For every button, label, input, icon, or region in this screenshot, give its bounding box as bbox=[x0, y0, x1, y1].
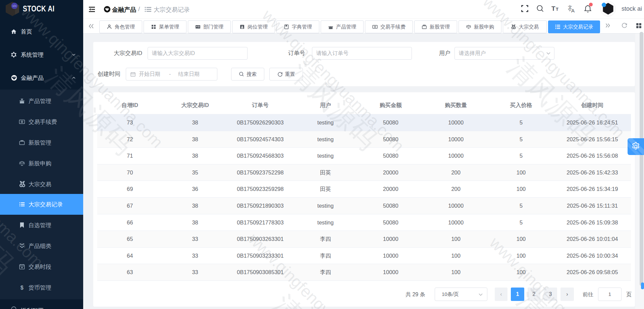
svg-text:¥: ¥ bbox=[21, 121, 22, 123]
svg-text:</>: </> bbox=[12, 4, 16, 8]
svg-text:A: A bbox=[571, 8, 575, 13]
svg-text:$: $ bbox=[20, 285, 23, 291]
svg-text:T: T bbox=[551, 5, 555, 12]
svg-text:T: T bbox=[556, 7, 558, 12]
